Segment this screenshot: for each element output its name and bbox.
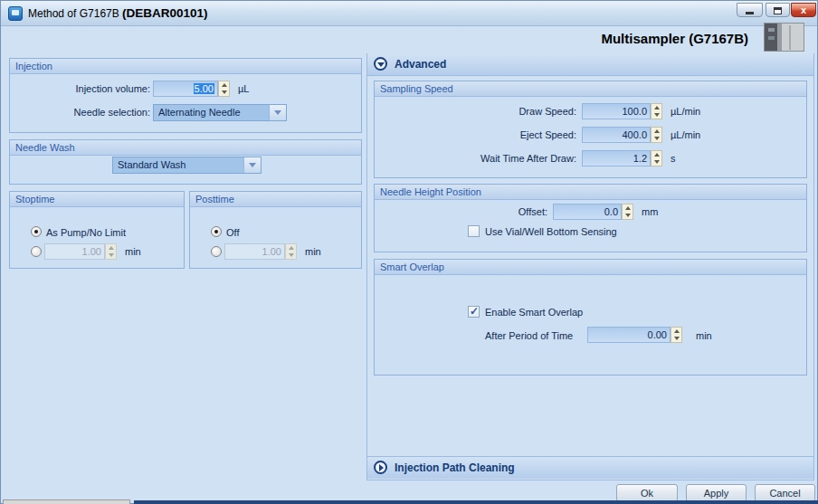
stoptime-time-field: 1.00 [44,243,105,260]
group-posttime-title: Posttime [190,192,361,207]
needle-selection-value: Alternating Needle [158,107,241,118]
wait-time-spinner[interactable] [651,150,662,166]
stoptime-as-pump-radio[interactable] [31,226,42,237]
spinner-up-icon [106,244,116,252]
offset-field[interactable]: 0.0 [553,204,622,220]
spinner-up-icon[interactable] [219,81,229,89]
after-period-label: After Period of Time [485,330,573,341]
module-image-detail [768,36,775,40]
eject-speed-field[interactable]: 400.0 [582,127,651,143]
window-bottom-border [134,500,818,504]
advanced-expander[interactable]: Advanced [367,53,813,76]
injection-volume-spinner[interactable] [218,81,230,97]
draw-speed-field[interactable]: 100.0 [582,103,651,119]
spinner-down-icon[interactable] [652,111,661,119]
cancel-button[interactable]: Cancel [755,484,815,502]
spinner-up-icon [286,244,296,252]
eject-speed-spinner[interactable] [651,127,662,143]
injection-volume-label: Injection volume: [55,83,150,94]
group-stoptime-title: Stoptime [10,192,184,207]
offset-value: 0.0 [604,206,618,217]
needle-wash-value: Standard Wash [118,159,185,170]
spinner-up-icon[interactable] [652,151,661,158]
draw-speed-spinner[interactable] [651,103,662,119]
close-button[interactable]: x [791,3,816,17]
stoptime-time-spinner [105,243,117,260]
wait-time-field[interactable]: 1.2 [582,150,651,166]
maximize-icon [774,7,782,14]
after-period-field[interactable]: 0.00 [587,327,671,343]
posttime-time-value: 1.00 [262,246,281,257]
after-period-spinner[interactable] [671,327,682,343]
wait-time-unit: s [671,153,676,164]
posttime-off-radio[interactable] [211,226,222,237]
device-title: Multisampler (G7167B) [601,31,748,46]
spinner-down-icon [286,252,296,259]
enable-smart-overlap-checkbox[interactable] [468,306,480,318]
offset-label: Offset: [435,206,547,217]
eject-speed-unit: µL/min [671,129,700,140]
posttime-time-unit: min [305,246,321,257]
posttime-time-radio[interactable] [211,246,222,257]
draw-speed-label: Draw Speed: [399,106,576,117]
posttime-time-spinner [285,243,297,260]
group-needle-height-title: Needle Height Position [375,185,806,200]
stoptime-time-radio[interactable] [31,246,42,257]
spinner-down-icon[interactable] [652,158,661,166]
spinner-up-icon[interactable] [652,104,661,111]
module-image-detail [768,28,775,32]
app-icon [8,6,23,21]
posttime-off-label: Off [226,227,239,238]
spinner-down-icon[interactable] [623,212,633,219]
bottom-sensing-checkbox[interactable] [468,225,480,237]
spinner-down-icon [106,252,116,259]
wait-time-value: 1.2 [633,153,647,164]
window-title: Method of G7167B (DEBAR00101) [28,1,208,26]
stoptime-time-value: 1.00 [82,246,101,257]
close-icon: x [801,5,806,15]
maximize-button[interactable] [766,3,790,17]
spinner-down-icon[interactable] [671,335,681,342]
module-image [764,23,804,52]
injection-volume-value: 5.00 [194,83,214,94]
group-needle-wash-title: Needle Wash [10,140,361,156]
group-smart-overlap-title: Smart Overlap [375,260,806,275]
spinner-up-icon[interactable] [671,328,681,335]
method-dialog-window: Method of G7167B (DEBAR00101) x Multisam… [0,0,818,504]
wait-time-label: Wait Time After Draw: [399,153,576,164]
injection-path-cleaning-expander[interactable]: Injection Path Cleaning [367,456,813,479]
chevron-right-circle-icon[interactable] [374,461,387,474]
eject-speed-label: Eject Speed: [399,129,576,140]
window-title-prefix: Method of G7167B [28,7,122,20]
advanced-title: Advanced [395,58,446,71]
stoptime-as-pump-label: As Pump/No Limit [46,227,126,238]
minimize-button[interactable] [737,3,763,17]
apply-button[interactable]: Apply [686,484,747,502]
group-injection-title: Injection [10,59,361,74]
draw-speed-unit: µL/min [671,106,700,117]
dropdown-arrow-icon[interactable] [243,157,261,173]
after-period-unit: min [696,330,712,341]
offset-unit: mm [642,206,658,217]
needle-wash-dropdown[interactable]: Standard Wash [112,157,262,174]
injection-volume-field[interactable]: 5.00 [153,81,218,97]
spinner-down-icon[interactable] [219,89,229,96]
spinner-up-icon[interactable] [652,128,661,135]
dropdown-arrow-icon[interactable] [269,105,286,120]
chevron-down-circle-icon[interactable] [374,57,387,71]
needle-selection-dropdown[interactable]: Alternating Needle [153,104,287,121]
injection-volume-unit: µL [238,83,249,94]
titlebar[interactable]: Method of G7167B (DEBAR00101) x [1,1,817,26]
enable-smart-overlap-label: Enable Smart Overlap [485,307,583,318]
group-smart-overlap: Smart Overlap [374,259,807,376]
window-title-suffix: (DEBAR00101) [122,6,208,20]
ok-button[interactable]: Ok [616,484,678,502]
bottom-sensing-label: Use Vial/Well Bottom Sensing [485,226,617,237]
injection-path-cleaning-title: Injection Path Cleaning [395,461,515,474]
minimize-icon [746,12,754,14]
spinner-down-icon[interactable] [652,135,661,142]
offset-spinner[interactable] [622,204,633,220]
spinner-up-icon[interactable] [623,204,633,212]
needle-selection-label: Needle selection: [55,107,150,118]
module-image-detail [789,25,791,50]
